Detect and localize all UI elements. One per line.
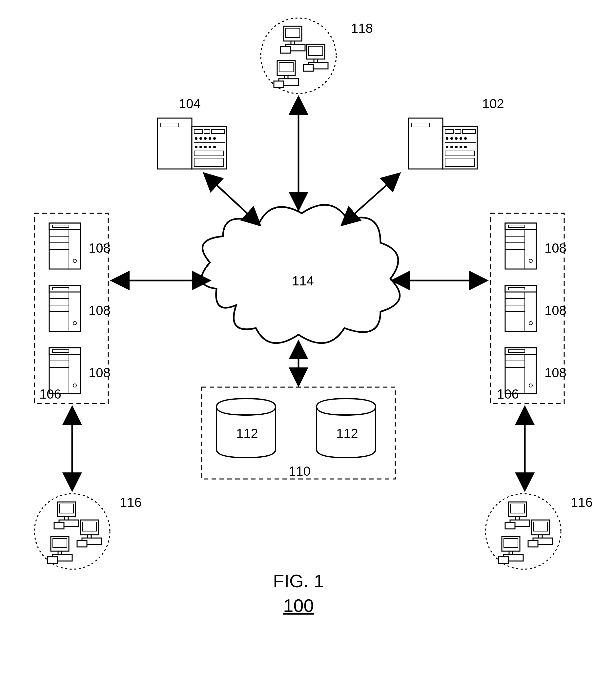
server-item-label: 108 [89,365,111,380]
server-item-label: 108 [545,241,567,255]
mainframe-104-label: 104 [179,97,201,111]
storage-pool: 112 112 110 [202,387,395,479]
server-item-label: 108 [545,303,567,318]
mainframe-102-label: 102 [482,97,504,111]
client-cluster-right: 116 [485,494,593,569]
figure-caption-line1: FIG. 1 [273,571,324,591]
client-cluster-right-label: 116 [571,495,593,510]
cloud-label: 114 [292,274,314,288]
client-cluster-left: 116 [35,494,142,569]
server-item-label: 108 [89,303,111,318]
figure-caption: FIG. 1 100 [273,571,324,616]
figure-caption-line2: 100 [283,595,313,616]
storage-pool-label: 110 [289,464,311,478]
server-item-label: 108 [545,365,567,380]
client-cluster-top-label: 118 [351,21,373,36]
svg-line-41 [210,179,254,220]
server-farm-right: 108 108 108 106 [490,213,567,404]
storage-item-label: 112 [236,426,258,441]
server-farm-left: 108 108 108 106 [35,213,111,404]
client-cluster-top: 118 [261,18,373,93]
svg-line-42 [348,179,394,220]
network-cloud: 114 [201,205,400,343]
server-item-label: 108 [89,241,111,255]
storage-item-label: 112 [336,426,358,441]
client-cluster-left-label: 116 [120,495,142,510]
server-farm-right-label: 106 [497,387,519,401]
server-farm-left-label: 106 [39,387,61,401]
mainframe-104: 104 [157,97,226,169]
network-diagram: 114 118 104 102 108 108 108 106 108 108 … [0,0,616,686]
mainframe-102: 102 [409,97,504,169]
